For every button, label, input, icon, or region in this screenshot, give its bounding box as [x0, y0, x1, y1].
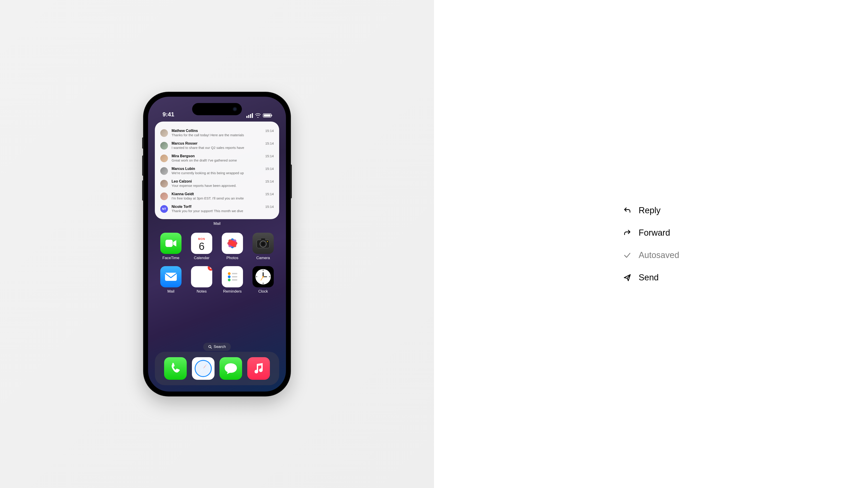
mail-row[interactable]: Leo Calzoni 15:14 Your expense reports h…: [160, 177, 274, 190]
status-time: 9:41: [162, 111, 174, 118]
avatar: [160, 180, 168, 188]
svg-rect-20: [232, 279, 237, 281]
mail-row[interactable]: Mathew Collins 15:14 Thanks for the call…: [160, 127, 274, 139]
search-icon: [208, 345, 212, 349]
spotlight-search[interactable]: Search: [203, 343, 231, 351]
mail-preview: We're currently looking at this being wr…: [172, 171, 274, 175]
mail-row[interactable]: Mira Bergson 15:14 Great work on the dra…: [160, 152, 274, 164]
paper-plane-icon: [623, 273, 632, 282]
app-clock[interactable]: Clock: [249, 266, 277, 294]
mail-time: 15:14: [265, 154, 274, 158]
reminders-icon: [222, 266, 243, 287]
app-reminders[interactable]: Reminders: [219, 266, 246, 294]
action-label: Reply: [639, 205, 660, 215]
photos-icon: [222, 233, 243, 254]
app-facetime[interactable]: FaceTime: [157, 233, 185, 260]
app-mail[interactable]: Mail: [157, 266, 185, 294]
app-messages[interactable]: [219, 357, 242, 380]
avatar: NT: [160, 205, 168, 213]
mail-sender: Leo Calzoni: [172, 180, 192, 184]
mail-time: 15:14: [265, 167, 274, 170]
svg-point-15: [228, 272, 230, 275]
phone-frame: 9:41 Mathew Collins 15:14 Than: [144, 92, 290, 396]
app-label: Camera: [256, 256, 270, 260]
mail-time: 15:14: [265, 205, 274, 208]
camera-icon: [252, 233, 274, 254]
mail-sender: Mathew Collins: [172, 129, 198, 133]
calendar-day: 6: [199, 241, 205, 252]
app-notes[interactable]: 2 Notes: [188, 266, 215, 294]
reply-arrow-icon: [623, 206, 632, 215]
check-icon: [623, 251, 632, 260]
mail-row[interactable]: Marcus Lubin 15:14 We're currently looki…: [160, 164, 274, 177]
wifi-icon: [255, 113, 260, 118]
app-label: Mail: [167, 289, 174, 294]
mail-icon: [160, 266, 182, 287]
app-label: Reminders: [223, 289, 242, 294]
app-calendar[interactable]: MON 6 Calendar: [188, 233, 215, 260]
mail-widget[interactable]: Mathew Collins 15:14 Thanks for the call…: [155, 122, 279, 219]
svg-point-12: [261, 242, 265, 246]
calendar-weekday: MON: [198, 237, 205, 240]
phone-handset-icon: [169, 362, 182, 375]
mail-preview: Great work on the draft! I've gathered s…: [172, 158, 274, 162]
app-label: Photos: [226, 256, 239, 260]
phone-volume-down: [142, 180, 144, 201]
avatar: [160, 155, 168, 162]
autosaved-status: Autosaved: [623, 250, 679, 260]
left-pane: 9:41 Mathew Collins 15:14 Than: [0, 0, 434, 488]
phone-screen: 9:41 Mathew Collins 15:14 Than: [148, 97, 286, 392]
mail-preview: I'm free today at 3pm EST. I'll send you…: [172, 196, 274, 200]
avatar: [160, 142, 168, 150]
reply-action[interactable]: Reply: [623, 205, 679, 215]
mail-time: 15:14: [265, 141, 274, 145]
phone-silence-switch: [142, 137, 144, 149]
mail-preview: I wanted to share that our Q2 sales repo…: [172, 146, 274, 150]
mail-preview: Thanks for the call today! Here are the …: [172, 133, 274, 137]
svg-rect-14: [165, 273, 177, 281]
send-action[interactable]: Send: [623, 273, 679, 283]
front-camera-icon: [232, 107, 237, 111]
calendar-icon: MON 6: [191, 233, 212, 254]
battery-icon: [263, 113, 272, 118]
signal-icon: [246, 113, 253, 118]
mail-sender: Marcus Lubin: [172, 167, 195, 171]
mail-time: 15:14: [265, 129, 274, 133]
avatar: [160, 193, 168, 200]
avatar: [160, 129, 168, 137]
mail-time: 15:14: [265, 192, 274, 196]
phone-power-button: [290, 164, 292, 198]
phone-volume-up: [142, 156, 144, 176]
search-label: Search: [214, 345, 226, 349]
mail-row[interactable]: Kianna Geidt 15:14 I'm free today at 3pm…: [160, 190, 274, 202]
svg-point-13: [267, 241, 268, 242]
svg-line-31: [211, 348, 212, 348]
mail-sender: Nicole Torff: [172, 205, 191, 209]
app-phone[interactable]: [164, 357, 187, 380]
dynamic-island: [192, 103, 242, 115]
mail-preview: Your expense reports have been approved.: [172, 184, 274, 188]
mail-sender: Marcus Rosser: [172, 141, 197, 145]
action-list: Reply Forward Autosaved Send: [623, 205, 679, 283]
forward-arrow-icon: [623, 228, 632, 237]
forward-action[interactable]: Forward: [623, 228, 679, 238]
action-label: Autosaved: [639, 250, 679, 260]
compass-icon: [194, 359, 213, 378]
mail-time: 15:14: [265, 180, 274, 183]
svg-rect-0: [165, 240, 173, 247]
mail-row[interactable]: NT Nicole Torff 15:14 Thank you for your…: [160, 202, 274, 215]
svg-rect-18: [232, 276, 237, 278]
notes-icon: 2: [191, 266, 212, 287]
app-label: Calendar: [194, 256, 210, 260]
mail-sender: Kianna Geidt: [172, 192, 194, 196]
app-photos[interactable]: Photos: [219, 233, 246, 260]
app-music[interactable]: [247, 357, 270, 380]
mail-preview: Thank you for your support! This month w…: [172, 209, 274, 213]
mail-row[interactable]: Marcus Rosser 15:14 I wanted to share th…: [160, 139, 274, 152]
app-safari[interactable]: [192, 357, 215, 380]
app-camera[interactable]: Camera: [249, 233, 277, 260]
app-label: FaceTime: [162, 256, 180, 260]
action-label: Forward: [639, 228, 670, 238]
notes-badge: 2: [208, 266, 212, 271]
app-label: Clock: [258, 289, 268, 294]
